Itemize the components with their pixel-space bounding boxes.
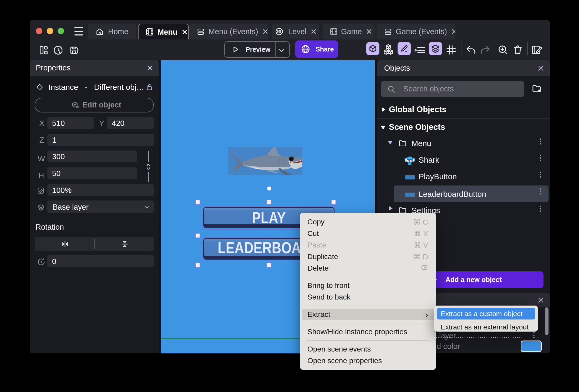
- svg-text:2D: 2D: [76, 106, 79, 109]
